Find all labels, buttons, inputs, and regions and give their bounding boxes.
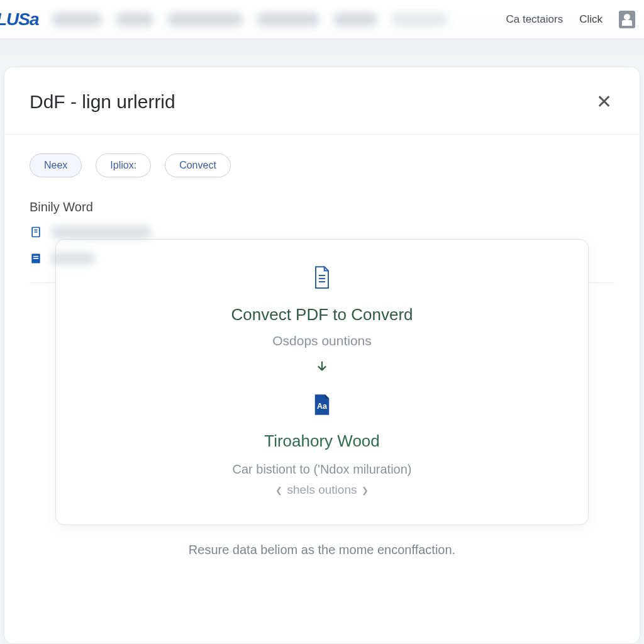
list-item-label-blur <box>51 226 152 238</box>
doc-outline-icon <box>30 226 42 238</box>
word-file-icon: Aa <box>313 394 331 416</box>
nav-link-a[interactable]: Ca tectaiors <box>506 13 563 26</box>
nav-blurred <box>52 13 448 26</box>
document-icon <box>313 266 331 290</box>
card-heading-target: Tiroahory Wood <box>264 431 380 451</box>
section-label: Binily Word <box>30 200 614 214</box>
panel-header: DdF - lign urlerrid ✕ <box>4 67 640 135</box>
tab-convect[interactable]: Convect <box>165 153 231 177</box>
close-icon[interactable]: ✕ <box>596 92 612 111</box>
card-heading-source: Convect PDF to Converd <box>231 305 413 325</box>
arrow-down-icon <box>315 360 329 374</box>
chevron-right-icon: ❯ <box>362 486 369 495</box>
main-panel: DdF - lign urlerrid ✕ Neex Ipliox: Conve… <box>4 67 640 644</box>
tab-row: Neex Ipliox: Convect <box>30 153 614 177</box>
brand-logo: LUSa <box>0 9 48 30</box>
card-options-link[interactable]: ❮ shels outions ❯ <box>275 483 369 497</box>
svg-rect-2 <box>33 256 38 257</box>
profile-icon[interactable] <box>619 11 635 28</box>
word-small-icon <box>30 252 42 265</box>
svg-rect-3 <box>33 258 38 259</box>
sub-bar <box>0 39 644 55</box>
tab-neex[interactable]: Neex <box>30 153 82 177</box>
card-options-label: shels outions <box>287 483 357 497</box>
card-sub-source: Osdops ountions <box>272 333 372 348</box>
tab-ipliox[interactable]: Ipliox: <box>96 153 151 177</box>
nav-link-b[interactable]: Click <box>579 13 602 26</box>
footer-note: Resure data beliom as the mome enconffac… <box>30 543 614 557</box>
panel-body: Neex Ipliox: Convect Binily Word <box>4 135 640 643</box>
card-line-target: Car bistiont to ('Ndox miluration) <box>232 462 411 477</box>
top-bar: LUSa Ca tectaiors Click <box>0 0 644 39</box>
panel-title: DdF - lign urlerrid <box>30 91 175 113</box>
list-item[interactable] <box>30 226 614 238</box>
list-item-label-blur <box>51 252 95 265</box>
convert-card: Convect PDF to Converd Osdops ountions A… <box>55 239 589 525</box>
chevron-left-icon: ❮ <box>275 486 282 495</box>
svg-text:Aa: Aa <box>317 402 328 411</box>
